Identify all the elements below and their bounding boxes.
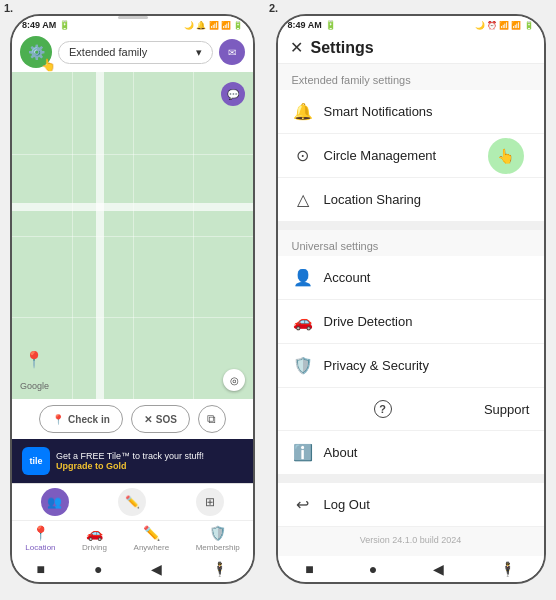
settings-item-privacy[interactable]: 🛡️ Privacy & Security [278, 344, 544, 388]
settings-item-circle[interactable]: ⊙ Circle Management 👆 [278, 134, 544, 178]
sos-button[interactable]: ✕ SOS [131, 405, 190, 433]
promo-text: Get a FREE Tile™ to track your stuff! Up… [56, 451, 243, 471]
android-back-btn[interactable]: ■ [37, 561, 45, 577]
layers-button[interactable]: ⧉ [198, 405, 226, 433]
account-icon: 👤 [292, 268, 314, 287]
android-menu-btn[interactable]: 🕴 [211, 561, 228, 577]
settings-item-notifications[interactable]: 🔔 Smart Notifications [278, 90, 544, 134]
drive-icon: 🚗 [292, 312, 314, 331]
privacy-icon: 🛡️ [292, 356, 314, 375]
nav-tab-pencil[interactable]: ✏️ [118, 488, 146, 516]
top-bar: ⚙️ 👆 Extended family ▾ ✉ [12, 32, 253, 72]
action-buttons-bar: 📍 Check in ✕ SOS ⧉ [12, 399, 253, 439]
bottom-nav: 📍 Location 🚗 Driving ✏️ Anywhere 🛡️ Memb… [12, 520, 253, 556]
bell-icon: 🔔 [292, 102, 314, 121]
drive-label: Drive Detection [324, 314, 413, 329]
phone-left: 8:49 AM 🔋 🌙 🔔 📶 📶 🔋 ⚙️ 👆 Extended family… [10, 14, 255, 584]
promo-line1: Get a FREE Tile™ to track your stuff! [56, 451, 243, 461]
map-road-h [12, 203, 253, 211]
logout-label: Log Out [324, 497, 370, 512]
notifications-label: Smart Notifications [324, 104, 433, 119]
panel-number-right: 2. [269, 2, 278, 14]
about-label: About [324, 445, 358, 460]
location-nav-icon: 📍 [32, 525, 49, 541]
settings-item-drive[interactable]: 🚗 Drive Detection [278, 300, 544, 344]
nav-tab-people[interactable]: 👥 [41, 488, 69, 516]
logout-icon: ↩ [292, 495, 314, 514]
location-sharing-label: Location Sharing [324, 192, 422, 207]
compass-button[interactable]: ◎ [223, 369, 245, 391]
map-google-label: Google [20, 381, 49, 391]
right-panel: 2. 8:49 AM 🔋 🌙 ⏰ 📶 📶 🔋 ✕ Settings [265, 0, 556, 600]
universal-section-header: Universal settings [278, 230, 544, 256]
account-label: Account [324, 270, 371, 285]
android-recent-btn[interactable]: ◀ [151, 561, 162, 577]
settings-item-location-sharing[interactable]: △ Location Sharing [278, 178, 544, 222]
settings-divider-2 [278, 475, 544, 483]
chat-button[interactable]: 💬 [221, 82, 245, 106]
map-area: 💬 Google 📍 ◎ [12, 72, 253, 399]
membership-nav-icon: 🛡️ [209, 525, 226, 541]
checkin-label: Check in [68, 414, 110, 425]
support-icon: ? [374, 400, 392, 418]
nav-item-location[interactable]: 📍 Location [25, 525, 55, 552]
android-nav-bar-right: ■ ● ◀ 🕴 [278, 556, 544, 582]
driving-nav-label: Driving [82, 543, 107, 552]
signal-icons-left: 🌙 🔔 📶 📶 🔋 [184, 21, 243, 30]
android-menu-btn-right[interactable]: 🕴 [499, 561, 516, 577]
nav-item-driving[interactable]: 🚗 Driving [82, 525, 107, 552]
extended-section-header: Extended family settings [278, 64, 544, 90]
panel-number-left: 1. [4, 2, 13, 14]
android-back-btn-right[interactable]: ■ [305, 561, 313, 577]
anywhere-nav-icon: ✏️ [143, 525, 160, 541]
time-left: 8:49 AM [22, 20, 56, 30]
nav-item-anywhere[interactable]: ✏️ Anywhere [134, 525, 170, 552]
checkin-button[interactable]: 📍 Check in [39, 405, 123, 433]
map-road-v [96, 72, 104, 399]
green-highlight: 👆 [488, 138, 524, 174]
android-recent-btn-right[interactable]: ◀ [433, 561, 444, 577]
nav-item-membership[interactable]: 🛡️ Membership [196, 525, 240, 552]
sos-label: SOS [156, 414, 177, 425]
map-grid [193, 72, 194, 399]
warning-icon: △ [292, 190, 314, 209]
anywhere-nav-label: Anywhere [134, 543, 170, 552]
status-bar-right: 8:49 AM 🔋 🌙 ⏰ 📶 📶 🔋 [278, 16, 544, 32]
status-time-right: 8:49 AM 🔋 [288, 20, 336, 30]
settings-title: Settings [311, 39, 374, 57]
finger-icon: 👆 [497, 148, 514, 164]
battery-right: 🔋 [325, 20, 336, 30]
map-marker: 📍 [24, 350, 44, 369]
screen-container: 1. 8:49 AM 🔋 🌙 🔔 📶 📶 🔋 ⚙️ 👆 [0, 0, 556, 600]
settings-item-support[interactable]: ? Support [278, 388, 544, 431]
circle-label: Circle Management [324, 148, 437, 163]
android-home-btn-right[interactable]: ● [369, 561, 377, 577]
nav-tab-grid[interactable]: ⊞ [196, 488, 224, 516]
mail-button[interactable]: ✉ [219, 39, 245, 65]
settings-header: ✕ Settings [278, 32, 544, 64]
support-label: Support [484, 402, 530, 417]
circle-icon: ⊙ [292, 146, 314, 165]
android-home-btn[interactable]: ● [94, 561, 102, 577]
status-icons-right: 🌙 ⏰ 📶 📶 🔋 [475, 21, 534, 30]
settings-item-logout[interactable]: ↩ Log Out [278, 483, 544, 527]
nav-tab-bar: 👥 ✏️ ⊞ [12, 483, 253, 520]
settings-item-account[interactable]: 👤 Account [278, 256, 544, 300]
status-bar-right-icons: 🌙 🔔 📶 📶 🔋 [184, 21, 243, 30]
map-grid [72, 72, 73, 399]
family-dropdown-label: Extended family [69, 46, 147, 58]
close-button[interactable]: ✕ [290, 38, 303, 57]
settings-item-about[interactable]: ℹ️ About [278, 431, 544, 475]
about-icon: ℹ️ [292, 443, 314, 462]
time-right: 8:49 AM [288, 20, 322, 30]
left-panel: 1. 8:49 AM 🔋 🌙 🔔 📶 📶 🔋 ⚙️ 👆 [0, 0, 265, 600]
family-dropdown[interactable]: Extended family ▾ [58, 41, 213, 64]
privacy-label: Privacy & Security [324, 358, 429, 373]
settings-content: Extended family settings 🔔 Smart Notific… [278, 64, 544, 556]
location-nav-label: Location [25, 543, 55, 552]
promo-banner[interactable]: tile Get a FREE Tile™ to track your stuf… [12, 439, 253, 483]
settings-gear-button[interactable]: ⚙️ 👆 [20, 36, 52, 68]
version-text: Version 24.1.0 build 2024 [278, 527, 544, 553]
pin-icon: 📍 [52, 414, 64, 425]
driving-nav-icon: 🚗 [86, 525, 103, 541]
